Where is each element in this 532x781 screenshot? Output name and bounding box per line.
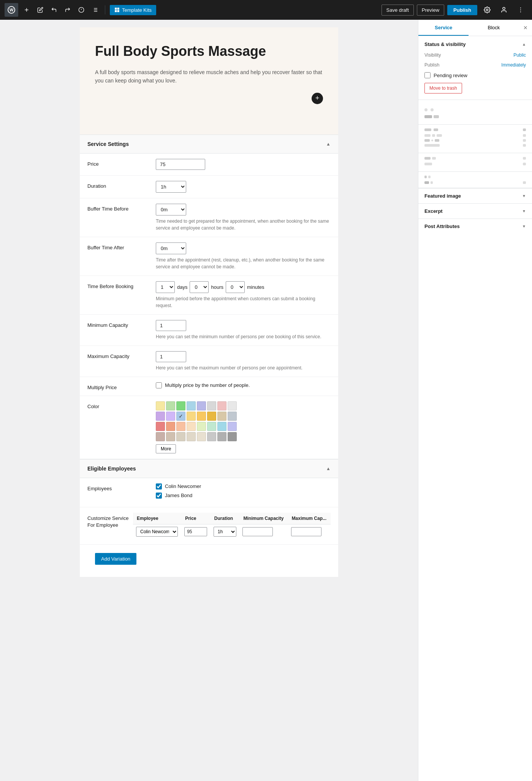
details-btn[interactable] <box>76 5 87 15</box>
color-swatch-21[interactable] <box>207 422 216 431</box>
customize-table-wrap: Employee Price Duration Minimum Capacity… <box>133 513 331 539</box>
tab-service[interactable]: Service <box>418 20 469 36</box>
color-swatch-6[interactable] <box>217 401 226 410</box>
more-options-btn[interactable] <box>514 3 527 17</box>
customize-min-capacity-input[interactable] <box>242 527 273 536</box>
main-layout: Full Body Sports Massage A full body spo… <box>0 20 532 781</box>
color-swatch-17[interactable] <box>166 422 175 431</box>
color-swatch-20[interactable] <box>197 422 206 431</box>
eligible-employees-title: Eligible Employees <box>87 466 136 472</box>
color-swatch-1[interactable] <box>166 401 175 410</box>
customize-duration-select[interactable]: 1h0m30m <box>214 527 236 537</box>
time-before-help: Minimum period before the appointment wh… <box>156 295 331 309</box>
color-swatch-12[interactable] <box>197 412 206 421</box>
multiply-price-checkbox[interactable] <box>156 382 162 388</box>
post-attributes-title: Post Attributes <box>424 223 460 229</box>
toolbar-right: Save draft Preview Publish <box>382 3 527 17</box>
redo-btn[interactable] <box>62 5 73 15</box>
publish-timing-value[interactable]: Immediately <box>501 62 526 68</box>
duration-control: 1h 0m 15m 30m 45m 1h30 2h <box>156 181 331 193</box>
th-max-capacity: Maximum Cap... <box>288 513 331 524</box>
color-swatch-10[interactable] <box>176 412 185 421</box>
add-variation-btn[interactable]: Add Variation <box>95 553 136 565</box>
editor-canvas: Full Body Sports Massage A full body spo… <box>80 27 338 577</box>
time-before-minutes-select[interactable]: 051015 <box>226 281 245 293</box>
color-swatch-3[interactable] <box>187 401 196 410</box>
color-swatch-0[interactable] <box>156 401 165 410</box>
color-swatch-15[interactable] <box>228 412 237 421</box>
duration-select[interactable]: 1h 0m 15m 30m 45m 1h30 2h <box>156 181 186 193</box>
close-sidebar-btn[interactable]: × <box>519 20 532 36</box>
color-swatch-26[interactable] <box>176 432 185 441</box>
employee-colin-checkbox[interactable] <box>156 483 162 490</box>
pending-review-checkbox[interactable] <box>424 72 431 78</box>
color-swatch-16[interactable] <box>156 422 165 431</box>
preview-btn[interactable]: Preview <box>417 5 444 16</box>
price-label: Price <box>87 159 156 167</box>
template-kits-btn[interactable]: Template Kits <box>110 5 156 15</box>
post-description[interactable]: A full body sports massage designed to r… <box>95 68 323 85</box>
publish-btn[interactable]: Publish <box>447 5 477 15</box>
price-input[interactable] <box>156 159 205 170</box>
color-swatch-8[interactable] <box>156 412 165 421</box>
color-swatch-2[interactable] <box>176 401 185 410</box>
color-swatch-31[interactable] <box>228 432 237 441</box>
color-swatch-11[interactable] <box>187 412 196 421</box>
add-block-toolbar-btn[interactable] <box>21 5 32 15</box>
color-swatch-5[interactable] <box>207 401 216 410</box>
edit-toolbar-btn[interactable] <box>35 5 46 15</box>
buffer-after-select[interactable]: 0m 15m 30m <box>156 242 186 254</box>
user-btn[interactable] <box>497 3 511 17</box>
color-swatch-18[interactable] <box>176 422 185 431</box>
color-swatch-19[interactable] <box>187 422 196 431</box>
buffer-after-label: Buffer Time After <box>87 242 156 250</box>
tab-block[interactable]: Block <box>469 20 519 36</box>
service-settings-header[interactable]: Service Settings ▲ <box>80 135 338 154</box>
visibility-row: Visibility Public <box>424 52 526 58</box>
color-swatch-27[interactable] <box>187 432 196 441</box>
move-trash-btn[interactable]: Move to trash <box>424 83 462 93</box>
status-visibility-header[interactable]: Status & visibility ▲ <box>418 36 532 52</box>
customize-employee-select[interactable]: Colin Newcomer James Bond <box>136 527 178 537</box>
multiply-price-row: Multiply Price Multiply price by the num… <box>80 377 338 396</box>
save-draft-btn[interactable]: Save draft <box>382 5 414 16</box>
customize-max-capacity-input[interactable] <box>291 527 321 536</box>
color-more-btn[interactable]: More <box>156 444 176 453</box>
color-swatch-14[interactable] <box>217 412 226 421</box>
customize-price-input[interactable] <box>184 527 207 536</box>
color-swatch-23[interactable] <box>228 422 237 431</box>
excerpt-accordion[interactable]: Excerpt ▼ <box>418 203 532 219</box>
color-swatch-13[interactable] <box>207 412 216 421</box>
color-swatch-7[interactable] <box>228 401 237 410</box>
eligible-employees-header[interactable]: Eligible Employees ▲ <box>80 459 338 478</box>
min-capacity-input[interactable] <box>156 320 186 331</box>
max-capacity-label: Maximum Capacity <box>87 351 156 359</box>
post-attributes-accordion[interactable]: Post Attributes ▼ <box>418 219 532 234</box>
sidebar-decorative-1 <box>418 100 532 125</box>
undo-btn[interactable] <box>49 5 59 15</box>
max-capacity-input[interactable] <box>156 351 186 362</box>
color-swatch-29[interactable] <box>207 432 216 441</box>
multiply-price-control: Multiply price by the number of people. <box>156 382 331 388</box>
color-swatch-28[interactable] <box>197 432 206 441</box>
add-block-btn[interactable]: + <box>312 93 323 104</box>
time-before-days-select[interactable]: 1023 <box>156 281 175 293</box>
time-before-hours-select[interactable]: 012 <box>190 281 209 293</box>
color-swatch-25[interactable] <box>166 432 175 441</box>
sidebar-decorative-4 <box>418 172 532 188</box>
color-swatch-24[interactable] <box>156 432 165 441</box>
buffer-before-select[interactable]: 0m 15m 30m <box>156 204 186 215</box>
color-swatch-4[interactable] <box>197 401 206 410</box>
color-swatch-9[interactable] <box>166 412 175 421</box>
list-view-btn[interactable] <box>90 5 100 15</box>
featured-image-accordion[interactable]: Featured image ▼ <box>418 188 532 203</box>
max-capacity-row: Maximum Capacity Here you can set the ma… <box>80 346 338 377</box>
employee-james-checkbox[interactable] <box>156 493 162 499</box>
post-title[interactable]: Full Body Sports Massage <box>95 43 323 60</box>
color-swatch-22[interactable] <box>217 422 226 431</box>
eligible-employees-section: Eligible Employees ▲ Employees Colin New… <box>80 459 338 577</box>
color-swatch-30[interactable] <box>217 432 226 441</box>
customize-duration-cell: 1h0m30m <box>211 524 240 539</box>
settings-btn[interactable] <box>480 3 494 17</box>
visibility-value[interactable]: Public <box>513 52 526 58</box>
